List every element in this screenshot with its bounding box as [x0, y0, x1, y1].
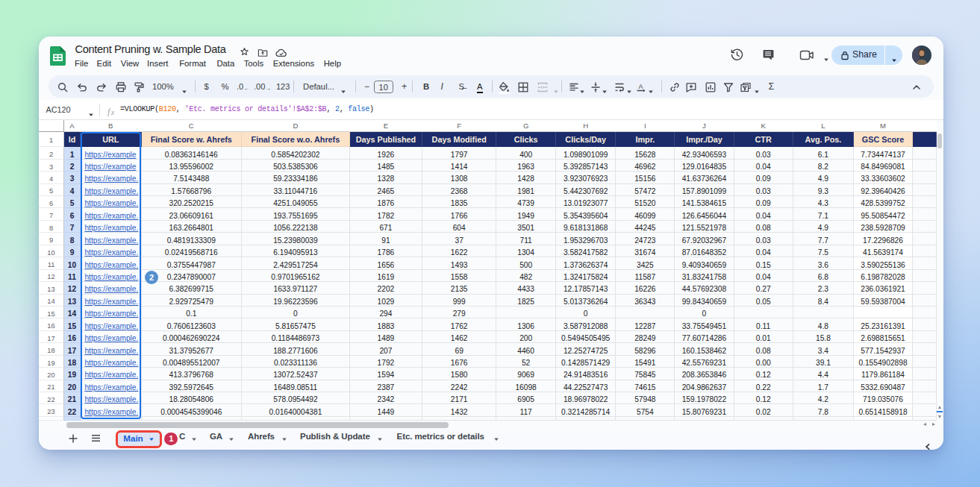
svg-text:A: A — [639, 82, 643, 89]
svg-text:x: x — [110, 108, 115, 116]
